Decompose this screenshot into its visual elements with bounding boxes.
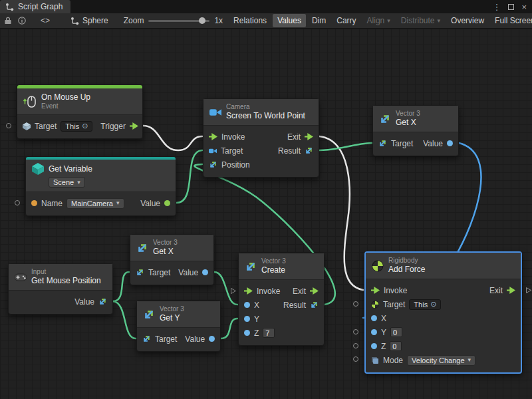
dim-button[interactable]: Dim: [307, 14, 331, 27]
enum-port-icon[interactable]: [371, 356, 379, 364]
vector3-icon: [143, 309, 155, 321]
force-mode-dropdown[interactable]: Velocity Change ▾: [407, 355, 475, 366]
z-value-field[interactable]: [390, 341, 402, 351]
vector3-in-port[interactable]: [142, 334, 151, 343]
zoom-value: 1x: [214, 16, 223, 25]
input-gamepad-icon: [15, 271, 27, 283]
wire-mousepos-to-getx[interactable]: [113, 272, 129, 301]
node-row: Y: [366, 325, 521, 339]
window-close-icon[interactable]: ×: [521, 2, 527, 12]
node-get-x-mid[interactable]: Vector 3 Get X Target Value: [130, 234, 214, 285]
node-get-mouse-position[interactable]: Input Get Mouse Position Value: [8, 263, 113, 315]
vector3-in-port[interactable]: [209, 160, 217, 169]
full-screen-button[interactable]: Full Screen: [490, 14, 532, 27]
vector3-out-port[interactable]: [310, 301, 319, 309]
float-in-port[interactable]: [244, 330, 250, 336]
node-subtitle: Event: [41, 102, 90, 110]
wire-trigger-to-invoke[interactable]: [143, 126, 202, 150]
carry-button[interactable]: Carry: [332, 14, 360, 27]
flow-in-port[interactable]: [209, 133, 217, 140]
node-get-y[interactable]: Vector 3 Get Y Target Value: [136, 301, 221, 352]
float-in-port[interactable]: [244, 316, 250, 322]
flow-out-port[interactable]: [507, 287, 515, 294]
string-port[interactable]: [31, 200, 37, 206]
z-value-field[interactable]: [263, 328, 275, 338]
vector3-icon: [245, 261, 257, 273]
flow-out-port[interactable]: [310, 287, 319, 295]
node-row: X Result: [239, 298, 324, 312]
x-port-label: X: [381, 314, 386, 323]
float-out-port[interactable]: [209, 336, 215, 342]
float-in-port[interactable]: [371, 343, 377, 349]
chevron-down-icon: ▾: [438, 18, 441, 24]
variable-name-dropdown[interactable]: MainCamera ▾: [66, 198, 124, 209]
node-header: On Mouse Up Event: [17, 88, 142, 115]
wire-variable-to-target[interactable]: [176, 150, 202, 203]
vector3-out-port[interactable]: [305, 146, 313, 155]
variable-scope-dropdown[interactable]: Scene ▾: [49, 177, 85, 188]
result-port-label: Result: [283, 301, 306, 310]
inspector-info-icon[interactable]: [18, 15, 26, 27]
relations-button[interactable]: Relations: [229, 14, 271, 27]
unconnected-port-indicator: [6, 123, 11, 128]
exit-port-label: Exit: [287, 132, 301, 142]
node-row: Target Result: [203, 144, 319, 158]
node-header: Input Get Mouse Position: [9, 264, 112, 291]
float-in-port[interactable]: [371, 315, 377, 321]
y-value-field[interactable]: [390, 327, 402, 337]
lock-icon[interactable]: [4, 15, 12, 27]
wire-gety-to-create-y[interactable]: [221, 319, 237, 338]
node-on-mouse-up[interactable]: On Mouse Up Event Target This ⊙ Trigger: [17, 84, 143, 139]
target-self-chip[interactable]: This ⊙: [61, 121, 92, 132]
graph-breadcrumb[interactable]: Sphere: [70, 16, 108, 25]
node-row: Name MainCamera ▾ Value: [26, 196, 176, 210]
overview-button[interactable]: Overview: [446, 14, 489, 27]
target-self-chip[interactable]: This ⊙: [409, 299, 441, 310]
node-add-force[interactable]: Rigidbody Add Force Invoke Exit Target T…: [364, 251, 522, 374]
chevron-down-icon: ▾: [468, 357, 471, 363]
values-button[interactable]: Values: [273, 14, 306, 27]
graph-asset-icon: [70, 17, 79, 25]
node-title: Get Y: [160, 313, 184, 323]
flow-out-port[interactable]: [305, 133, 313, 140]
vector3-out-port[interactable]: [98, 297, 107, 306]
zoom-slider-handle[interactable]: [199, 17, 205, 24]
rigidbody-icon: [372, 260, 384, 272]
vector3-in-port[interactable]: [136, 268, 144, 277]
distribute-button[interactable]: Distribute ▾: [396, 14, 445, 27]
node-row: X: [366, 311, 521, 325]
align-button[interactable]: Align ▾: [362, 14, 395, 27]
node-get-variable[interactable]: Get Variable Scene ▾ Name MainCamera ▾ V…: [25, 156, 176, 216]
flow-out-port[interactable]: [130, 122, 138, 130]
wire-result-to-getx-target[interactable]: [319, 143, 372, 150]
node-row: Z: [239, 326, 324, 340]
window-maximize-icon[interactable]: [508, 4, 514, 10]
variable-icon: [32, 163, 44, 175]
node-row: Target This ⊙ Trigger: [17, 119, 142, 133]
code-view-icon[interactable]: <>: [41, 16, 50, 25]
unconnected-port-indicator: [353, 343, 358, 348]
wire-mousepos-to-gety[interactable]: [113, 301, 136, 338]
vector3-in-port[interactable]: [378, 139, 387, 148]
node-vector3-create[interactable]: Vector 3 Create Invoke Exit X Result: [238, 253, 325, 346]
flow-in-port[interactable]: [244, 287, 253, 295]
node-row: Z: [366, 339, 521, 353]
float-out-port[interactable]: [202, 269, 208, 275]
float-in-port[interactable]: [244, 302, 250, 308]
node-title: Get Mouse Position: [31, 276, 101, 286]
camera-port-icon[interactable]: [209, 147, 217, 155]
gameobject-port-icon[interactable]: [23, 122, 31, 130]
zoom-slider[interactable]: [148, 16, 209, 25]
window-menu-icon[interactable]: ⋮: [492, 2, 501, 12]
mode-port-label: Mode: [383, 356, 403, 365]
object-out-port[interactable]: [164, 200, 170, 206]
node-screen-to-world-point[interactable]: Camera Screen To World Point Invoke Exit…: [203, 98, 319, 178]
y-port-label: Y: [381, 328, 386, 337]
float-out-port[interactable]: [447, 140, 453, 146]
node-get-x-top[interactable]: Vector 3 Get X Target Value: [372, 105, 459, 156]
rigidbody-port-icon[interactable]: [371, 301, 379, 309]
flow-in-port[interactable]: [371, 287, 380, 294]
wire-exit-to-addforce-invoke[interactable]: [319, 136, 363, 290]
float-in-port[interactable]: [371, 329, 377, 335]
tab-script-graph[interactable]: Script Graph: [0, 0, 70, 13]
